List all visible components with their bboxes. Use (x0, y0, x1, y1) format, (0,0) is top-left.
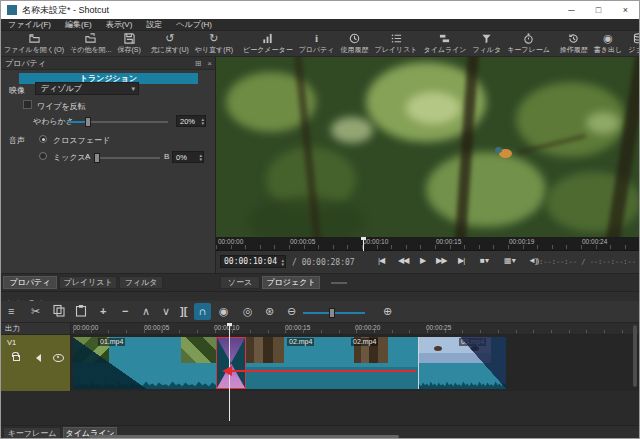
tab-row: プロパティ プレイリスト フィルタ ソース プロジェクト (1, 273, 639, 291)
timeline-ruler[interactable]: 00:00:00 00:00:05 00:00:10 00:00:15 00:0… (71, 323, 640, 335)
paste-icon[interactable] (75, 304, 87, 317)
history-button[interactable]: 操作履歴 (557, 31, 591, 56)
keyframes-button[interactable]: キーフレーム (504, 31, 553, 56)
properties-button[interactable]: i プロパティ (296, 31, 338, 56)
redo-button[interactable]: ↻ やり直す(R) (192, 31, 236, 56)
track-header-v1[interactable]: V1 (1, 335, 71, 391)
zoom-in-icon[interactable]: ⊕ (383, 304, 392, 319)
spinner-arrows-icon[interactable]: ▴▾ (201, 117, 204, 125)
timeline-track-v1[interactable]: 01.mp4 02.mp4 02.mp4 03.mp4 (71, 335, 640, 391)
menu-settings[interactable]: 設定 (139, 19, 169, 30)
undo-button[interactable]: ↺ 元に戻す(U) (148, 31, 192, 56)
tab-filters[interactable]: フィルタ (119, 276, 163, 289)
clip-thumbnail (181, 337, 216, 363)
maximize-button[interactable]: □ (585, 1, 612, 19)
mix-spinner[interactable]: 0% ▴▾ (172, 151, 204, 163)
tab-project[interactable]: プロジェクト (262, 276, 320, 289)
overwrite-icon[interactable]: ∨ (162, 304, 170, 319)
mix-slider-handle[interactable] (94, 153, 100, 163)
filters-button[interactable]: フィルタ (469, 31, 504, 56)
menu-help[interactable]: ヘルプ(H) (169, 19, 219, 30)
output-label: 出力 (5, 323, 70, 334)
timeline-button[interactable]: タイムライン (421, 31, 470, 56)
lock-icon[interactable] (13, 355, 20, 361)
zoom-out-icon[interactable]: ⊖ (287, 304, 296, 319)
player-ruler-label: 00:00:19 (509, 238, 534, 245)
tab-playlist[interactable]: プレイリスト (59, 276, 117, 289)
player-playhead[interactable] (363, 237, 364, 251)
menu-file[interactable]: ファイル(F) (1, 19, 58, 30)
export-icon: ◉ (603, 32, 613, 45)
mix-radio[interactable] (39, 152, 47, 160)
transition-clip[interactable] (216, 337, 246, 389)
play-button[interactable]: ▶ (420, 256, 425, 265)
skip-start-button[interactable]: |◀ (378, 256, 384, 265)
position-timecode[interactable]: 00:00:10:04 ▴▾ (220, 255, 286, 268)
copy-icon[interactable] (53, 304, 65, 317)
speaker-icon[interactable] (32, 354, 41, 362)
menu-bar: ファイル(F) 編集(E) 表示(V) 設定 ヘルプ(H) (1, 19, 639, 31)
scrub-while-dragging-icon[interactable]: ◉ (219, 304, 229, 319)
player-options-button[interactable]: ■ ▾ (480, 256, 488, 265)
ripple-delete-icon[interactable]: − (122, 304, 128, 319)
lift-icon[interactable]: ∧ (142, 304, 150, 319)
main-toolbar: ファイルを開く(O) その他を開... 保存(S) ↺ 元に戻す(U) ↻ やり… (1, 31, 639, 57)
softness-spinner[interactable]: 20% ▴▾ (176, 115, 206, 127)
spinner-arrows-icon[interactable]: ▴▾ (281, 258, 284, 266)
clip-thumbnail (419, 337, 457, 363)
recent-button[interactable]: 使用履歴 (338, 31, 372, 56)
transition-type-dropdown[interactable]: ディゾルブ ▾ (35, 82, 139, 95)
rewind-button[interactable]: ◀◀ (398, 256, 408, 265)
float-panel-icon[interactable]: ⊞ (192, 59, 205, 68)
splitter-handle[interactable] (331, 282, 347, 284)
clip-2[interactable]: 02.mp4 02.mp4 (246, 337, 418, 389)
cut-icon[interactable]: ✂ (31, 304, 40, 319)
skip-end-button[interactable]: ▶| (458, 256, 464, 265)
timeline-vertical-scrollbar[interactable] (633, 325, 637, 387)
clip-1[interactable]: 01.mp4 (73, 337, 216, 389)
spinner-arrows-icon[interactable]: ▴▾ (199, 153, 202, 161)
menu-edit[interactable]: 編集(E) (58, 19, 99, 30)
close-button[interactable]: × (612, 1, 639, 19)
minimize-button[interactable]: ─ (558, 1, 585, 19)
timeline-ruler-label: 00:00:20 (355, 324, 380, 331)
open-other-icon (85, 32, 96, 45)
timeline-zoom-slider[interactable] (303, 312, 365, 314)
crossfade-radio[interactable] (39, 135, 47, 143)
playlist-button[interactable]: プレイリスト (372, 31, 421, 56)
close-panel-icon[interactable]: × (204, 59, 215, 68)
save-button[interactable]: 保存(S) (114, 31, 143, 56)
tab-keyframes[interactable]: キーフレーム (3, 427, 61, 439)
softness-slider-handle[interactable] (85, 117, 91, 127)
tab-source[interactable]: ソース (220, 276, 260, 289)
ripple-all-tracks-icon[interactable]: ⊛ (265, 304, 274, 319)
export-button[interactable]: ◉ 書き出し (591, 31, 625, 56)
app-icon (7, 5, 17, 15)
player-ruler[interactable]: 00:00:00 00:00:05 00:00:10 00:00:15 00:0… (216, 237, 640, 251)
timeline-menu-icon[interactable]: ≡ (8, 304, 14, 319)
timeline-zoom-handle[interactable] (329, 308, 335, 318)
title-bar[interactable]: 名称未設定* - Shotcut ─ □ × (1, 1, 639, 19)
invert-wipe-checkbox[interactable] (23, 100, 32, 109)
open-other-button[interactable]: その他を開... (67, 31, 114, 56)
horizontal-scrollbar[interactable] (89, 435, 399, 438)
fast-forward-button[interactable]: ▶▶ (436, 256, 446, 265)
transport-bar: 00:00:10:04 ▴▾ / 00:00:28:07 |◀ ◀◀ ▶ ▶▶ … (216, 251, 640, 273)
menu-view[interactable]: 表示(V) (99, 19, 140, 30)
open-file-button[interactable]: ファイルを開く(O) (1, 31, 67, 56)
tab-properties[interactable]: プロパティ (3, 276, 57, 289)
split-icon[interactable]: ][ (180, 304, 187, 319)
peak-meter-button[interactable]: ピークメーター (240, 31, 296, 56)
mix-slider[interactable] (94, 157, 160, 159)
jobs-button[interactable]: ジョブ (625, 31, 639, 56)
append-icon[interactable]: + (100, 304, 106, 319)
grid-button[interactable]: ▦ ▾ (504, 256, 515, 265)
clip-3[interactable]: 03.mp4 (418, 337, 506, 389)
ripple-icon[interactable]: ◎ (243, 304, 253, 319)
fade-out-overlay[interactable] (460, 337, 506, 389)
save-icon (124, 32, 135, 45)
timeline-ruler-label: 00:00:15 (285, 324, 310, 331)
snap-toggle[interactable]: ∩ (194, 303, 211, 320)
eye-icon[interactable] (53, 354, 64, 362)
fade-in-overlay[interactable] (73, 337, 147, 389)
